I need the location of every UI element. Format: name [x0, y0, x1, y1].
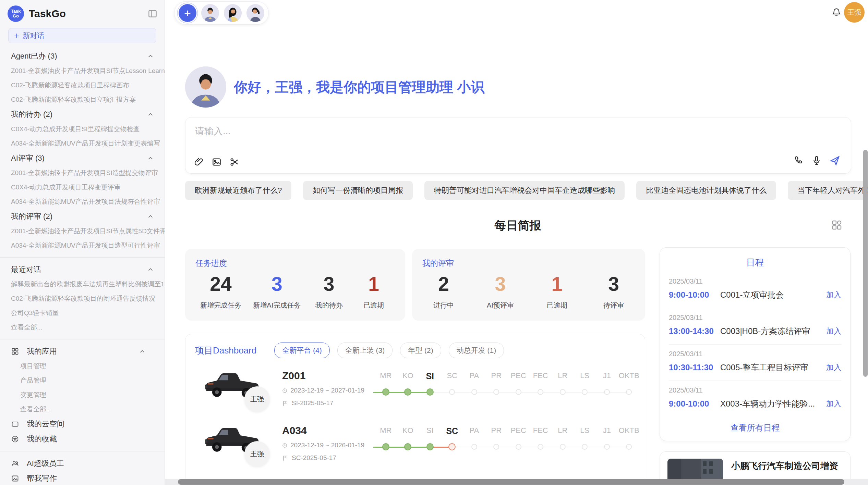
card-title: 我的评审: [422, 258, 635, 269]
milestone-node-mr[interactable]: [382, 388, 389, 396]
milestone-node-pec[interactable]: [516, 389, 521, 395]
attach-image-icon[interactable]: [212, 157, 222, 167]
agent-avatar-1[interactable]: [201, 4, 219, 22]
sidebar-item[interactable]: C02-飞腾新能源轻客改款项目立项汇报方案: [0, 92, 165, 107]
milestone-node-mr[interactable]: [382, 443, 389, 450]
sidebar-item[interactable]: C02-飞腾新能源轻客改款项目里程碑画布: [0, 78, 165, 92]
microphone-icon[interactable]: [811, 155, 822, 166]
sidebar-item-ai-super-staff[interactable]: AI超级员工: [0, 456, 165, 471]
sidebar-item-change-mgmt[interactable]: 变更管理: [0, 388, 165, 402]
join-button[interactable]: 加入: [826, 362, 841, 373]
milestone-node-j1[interactable]: [604, 444, 610, 450]
suggestion-chip[interactable]: 比亚迪全固态电池计划具体说了什么: [636, 181, 776, 200]
stat-value: 3: [313, 273, 346, 295]
milestone-node-fec[interactable]: [538, 389, 543, 395]
suggestion-chip[interactable]: 如何写一份清晰的项目周报: [303, 181, 413, 200]
milestone-node-pec[interactable]: [516, 444, 521, 450]
chat-input[interactable]: [194, 126, 710, 137]
logo-line1: Task: [11, 9, 21, 14]
dashboard-tab[interactable]: 全新上装 (3): [337, 343, 393, 358]
chevron-up-icon: [147, 266, 154, 273]
milestone-node-pa[interactable]: [471, 389, 477, 395]
stat: 2进行中: [427, 273, 460, 310]
sidebar-item[interactable]: 解释最新出台的欧盟报废车法规再生塑料比例被调至15%...: [0, 277, 165, 291]
sidebar-item[interactable]: Z001-全新燃油皮卡产品开发项目SI节点Lesson Learn报告: [0, 64, 165, 78]
dashboard-tab[interactable]: 年型 (2): [400, 343, 441, 358]
project-row-z001[interactable]: 王强 Z001 2023-12-19 ~ 2027-01-19 SI-2025-…: [185, 360, 645, 415]
sidebar-item-cloud-space[interactable]: 我的云空间: [0, 416, 165, 432]
milestone-node-j1[interactable]: [604, 389, 610, 395]
vertical-scrollbar-thumb[interactable]: [863, 150, 868, 377]
dashboard-tab[interactable]: 动总开发 (1): [449, 343, 504, 358]
milestone-node-ls[interactable]: [582, 444, 588, 450]
milestone-node-si[interactable]: [426, 388, 434, 396]
sidebar-item-label: 我的云空间: [27, 419, 64, 429]
briefing-layout-icon[interactable]: [831, 219, 843, 231]
sidebar-item[interactable]: C02-飞腾新能源轻客改款项目的闭环通告反馈情况: [0, 291, 165, 306]
sidebar-item-help-me-write[interactable]: 帮我写作: [0, 471, 165, 485]
stats-row: 2进行中3AI预评审1已逾期3待评审: [422, 273, 635, 310]
add-agent-button[interactable]: +: [179, 4, 196, 22]
milestone-node-ko[interactable]: [404, 388, 411, 396]
sidebar-section-header[interactable]: Agent已办 (3): [0, 49, 165, 64]
attach-file-icon[interactable]: [194, 157, 204, 167]
sidebar-item-product-mgmt[interactable]: 产品管理: [0, 373, 165, 388]
new-chat-button[interactable]: + 新对话: [8, 28, 156, 43]
join-button[interactable]: 加入: [826, 290, 841, 300]
sidebar-item-favorites[interactable]: 我的收藏: [0, 432, 165, 447]
milestone-node-ko[interactable]: [404, 443, 411, 450]
sidebar-item[interactable]: A034-全新新能源MUV产品开发项目造型可行性评审: [0, 238, 165, 253]
sidebar-section-header[interactable]: AI评审 (3): [0, 151, 165, 166]
event-date: 2025/03/11: [669, 314, 841, 322]
sidebar-section-header[interactable]: 我的评审 (2): [0, 209, 165, 224]
project-row-a034[interactable]: 王强 A034 2023-12-19 ~ 2026-01-19 SC-2025-…: [185, 415, 645, 470]
sidebar-item[interactable]: Z001-全新燃油轻卡产品开发项目SI节点属性5D文件评审: [0, 224, 165, 238]
milestone-node-ls[interactable]: [582, 389, 588, 395]
sidebar-item-my-apps[interactable]: 我的应用: [0, 344, 165, 359]
dashboard-tab[interactable]: 全新平台 (4): [274, 343, 330, 358]
suggestion-chip[interactable]: 当下年轻人对汽车外观有怎样的喜好趋势: [788, 181, 868, 200]
horizontal-scrollbar-thumb[interactable]: [178, 479, 844, 485]
sidebar-item[interactable]: C0X4-动力总成开发项目SI里程碑提交物检查: [0, 122, 165, 136]
suggestion-chip[interactable]: 欧洲新规最近颁布了什么?: [185, 181, 291, 200]
milestone-node-fec[interactable]: [538, 444, 543, 450]
milestone-node-pr[interactable]: [493, 444, 499, 450]
sidebar-section-header[interactable]: 我的待办 (2): [0, 107, 165, 122]
sidebar-item[interactable]: C0X4-动力总成开发项目工程变更评审: [0, 180, 165, 195]
milestone-node-lr[interactable]: [560, 444, 566, 450]
sidebar-item[interactable]: 查看全部...: [0, 320, 165, 335]
sidebar-item[interactable]: A034-全新新能源MUV产品开发项目计划变更表编写: [0, 136, 165, 151]
dashboard-title: 项目Dashboard: [195, 345, 256, 357]
suggestion-chip[interactable]: 特朗普可能对进口汽车增税会对中国车企造成哪些影响: [424, 181, 625, 200]
stat-label: 已逾期: [357, 301, 390, 310]
avatar-man-illustration: [201, 4, 219, 22]
sidebar-collapse-icon[interactable]: [147, 9, 158, 19]
join-button[interactable]: 加入: [826, 399, 841, 409]
milestone-node-sc[interactable]: [449, 389, 455, 395]
stat-value: 3: [484, 273, 517, 295]
sidebar-item-view-all-apps[interactable]: 查看全部...: [0, 402, 165, 416]
event-time: 9:00-10:00: [669, 290, 720, 300]
user-avatar[interactable]: 王强: [844, 2, 865, 23]
project-flag: SI-2025-05-17: [292, 399, 333, 407]
sidebar-section-header[interactable]: 最近对话: [0, 262, 165, 277]
sidebar-item[interactable]: A034-全新新能源MUV产品开发项目法规符合性评审: [0, 195, 165, 209]
sidebar-item-project-mgmt[interactable]: 项目管理: [0, 359, 165, 373]
sidebar-item[interactable]: Z001-全新燃油轻卡产品开发项目SI造型提交物评审: [0, 166, 165, 180]
view-all-schedule-link[interactable]: 查看所有日程: [669, 417, 841, 439]
milestone-node-si[interactable]: [426, 443, 434, 450]
milestone-node-pr[interactable]: [493, 389, 499, 395]
milestone-node-oktb[interactable]: [626, 444, 632, 450]
phone-call-icon[interactable]: [793, 155, 804, 166]
sidebar-item[interactable]: 公司Q3轻卡销量: [0, 306, 165, 320]
milestone-node-sc[interactable]: [448, 443, 456, 450]
join-button[interactable]: 加入: [826, 326, 841, 336]
milestone-node-pa[interactable]: [471, 444, 477, 450]
notification-bell-icon[interactable]: [831, 7, 842, 18]
scissors-icon[interactable]: [229, 157, 240, 167]
agent-avatar-3[interactable]: [246, 4, 264, 22]
send-icon[interactable]: [829, 155, 841, 166]
agent-avatar-2[interactable]: [224, 4, 242, 22]
milestone-node-lr[interactable]: [560, 389, 566, 395]
milestone-node-oktb[interactable]: [626, 389, 632, 395]
